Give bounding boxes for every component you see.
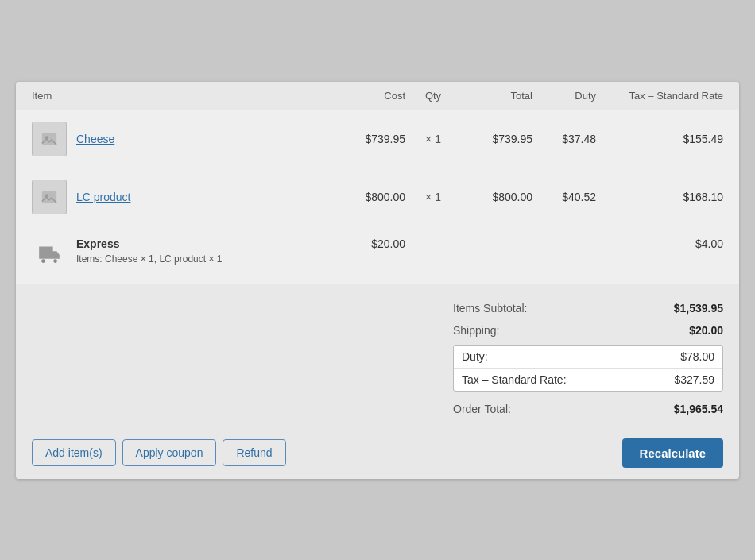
shipping-duty-dash: – <box>532 238 596 250</box>
svg-point-4 <box>41 259 45 263</box>
shipping-total-row: Shipping: $20.00 <box>453 321 723 340</box>
subtotal-value: $1,539.95 <box>674 302 723 315</box>
shipping-row: Express Items: Cheese × 1, LC product × … <box>16 226 739 284</box>
item-image-lc <box>32 180 67 214</box>
table-row: Cheese $739.95 × 1 $739.95 $37.48 $155.4… <box>16 110 739 168</box>
tax-value: $327.59 <box>674 373 714 386</box>
item-cost-lc: $800.00 <box>334 191 405 203</box>
item-qty-cheese: × 1 <box>405 133 461 145</box>
item-cost-cheese: $739.95 <box>334 133 405 145</box>
recalculate-button[interactable]: Recalculate <box>622 438 723 468</box>
item-link-lc[interactable]: LC product <box>76 191 130 203</box>
add-items-button[interactable]: Add item(s) <box>32 439 116 466</box>
shipping-name-cell: Express Items: Cheese × 1, LC product × … <box>32 238 334 272</box>
col-header-cost: Cost <box>334 90 405 102</box>
footer-left-buttons: Add item(s) Apply coupon Refund <box>32 439 286 466</box>
item-qty-lc: × 1 <box>405 191 461 203</box>
duty-label: Duty: <box>462 350 488 363</box>
subtotal-label: Items Subtotal: <box>453 302 527 315</box>
shipping-icon-cell <box>32 238 67 272</box>
item-tax-lc: $168.10 <box>596 191 723 203</box>
apply-coupon-button[interactable]: Apply coupon <box>122 439 217 466</box>
shipping-items-label: Items: <box>76 253 103 265</box>
subtotal-row: Items Subtotal: $1,539.95 <box>453 299 723 318</box>
table-header: Item Cost Qty Total Duty Tax – Standard … <box>16 82 739 110</box>
order-total-value: $1,965.54 <box>674 403 723 415</box>
duty-value: $78.00 <box>680 350 714 363</box>
shipping-total-value: $20.00 <box>689 324 723 337</box>
image-placeholder-icon <box>41 188 58 206</box>
shipping-cost: $20.00 <box>334 238 405 250</box>
totals-grid: Items Subtotal: $1,539.95 Shipping: $20.… <box>32 299 723 419</box>
duty-row: Duty: $78.00 <box>454 346 722 369</box>
col-header-tax: Tax – Standard Rate <box>596 90 723 102</box>
item-total-cheese: $739.95 <box>461 133 532 145</box>
order-total-row: Order Total: $1,965.54 <box>453 400 723 419</box>
footer-actions: Add item(s) Apply coupon Refund Recalcul… <box>16 427 739 479</box>
duty-tax-box: Duty: $78.00 Tax – Standard Rate: $327.5… <box>453 345 723 392</box>
item-name-cell: Cheese <box>32 122 334 156</box>
shipping-items-list: Items: Cheese × 1, LC product × 1 <box>76 253 222 265</box>
order-total-label: Order Total: <box>453 403 511 415</box>
truck-icon <box>38 244 60 266</box>
tax-row: Tax – Standard Rate: $327.59 <box>454 369 722 391</box>
table-row: LC product $800.00 × 1 $800.00 $40.52 $1… <box>16 168 739 226</box>
item-duty-lc: $40.52 <box>532 191 596 203</box>
svg-point-5 <box>53 259 57 263</box>
col-header-qty: Qty <box>405 90 461 102</box>
col-header-item: Item <box>32 90 334 102</box>
svg-point-3 <box>45 194 48 197</box>
item-image-cheese <box>32 122 67 156</box>
item-total-lc: $800.00 <box>461 191 532 203</box>
shipping-info: Express Items: Cheese × 1, LC product × … <box>76 238 222 265</box>
shipping-total-label: Shipping: <box>453 324 499 337</box>
order-details-panel: Item Cost Qty Total Duty Tax – Standard … <box>16 82 739 479</box>
col-header-duty: Duty <box>532 90 596 102</box>
item-name-cell: LC product <box>32 180 334 214</box>
shipping-items-value: Cheese × 1, LC product × 1 <box>105 253 222 265</box>
col-header-total: Total <box>461 90 532 102</box>
tax-label: Tax – Standard Rate: <box>462 373 567 386</box>
totals-section: Items Subtotal: $1,539.95 Shipping: $20.… <box>16 284 739 427</box>
shipping-tax: $4.00 <box>596 238 723 250</box>
refund-button[interactable]: Refund <box>223 439 285 466</box>
svg-point-1 <box>45 136 48 139</box>
shipping-method-name: Express <box>76 238 222 250</box>
item-link-cheese[interactable]: Cheese <box>76 133 114 145</box>
item-tax-cheese: $155.49 <box>596 133 723 145</box>
image-placeholder-icon <box>41 130 58 148</box>
item-duty-cheese: $37.48 <box>532 133 596 145</box>
